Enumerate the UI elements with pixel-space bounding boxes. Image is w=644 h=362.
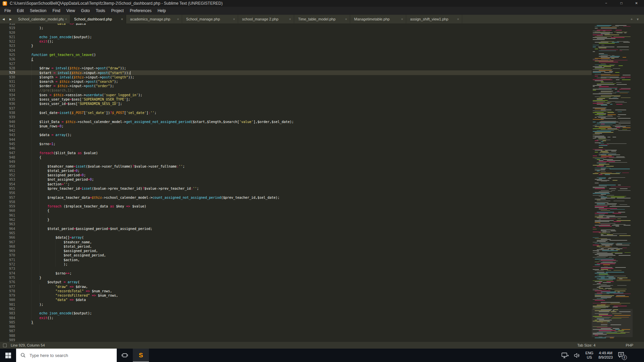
code-line[interactable]: 926 { (0, 57, 592, 61)
menu-item-edit[interactable]: Edit (14, 7, 27, 15)
tab-school-manage-2-php[interactable]: school_manage 2.php× (238, 15, 294, 23)
code-line[interactable]: 920 (0, 31, 592, 35)
code-line[interactable]: 948 { (0, 155, 592, 160)
code-line[interactable]: 919 ); (0, 26, 592, 30)
code-line[interactable]: 965 (0, 231, 592, 235)
tab-school-dashboard-php[interactable]: School_dashboard.php× (70, 15, 126, 23)
code-line[interactable]: 964 $total_period=$assigned_period+$not_… (0, 227, 592, 231)
minimap[interactable] (592, 23, 633, 342)
menu-item-tools[interactable]: Tools (93, 7, 108, 15)
code-line[interactable]: 967 $teahcer_name, (0, 240, 592, 244)
editor[interactable]: 918 "data" => $data919 );920921 echo jso… (0, 23, 644, 342)
code-line[interactable]: 985 } (0, 320, 592, 324)
tab-close-icon[interactable]: × (401, 17, 403, 21)
tab-close-icon[interactable]: × (345, 17, 347, 21)
code-line[interactable]: 931 $search = $this->input->post("search… (0, 79, 592, 84)
code-line[interactable]: 972 ); (0, 262, 592, 266)
tab-assign-shift-view1-php[interactable]: assign_shift_view1.php× (406, 15, 462, 23)
start-button[interactable] (0, 349, 16, 362)
code-line[interactable]: 927 (0, 62, 592, 66)
code-line[interactable]: 937 (0, 106, 592, 111)
tab-size-label[interactable]: Tab Size: 4 (577, 343, 595, 347)
code-line[interactable]: 986 (0, 324, 592, 329)
code-line[interactable]: 932 $order = $this->input->post("order")… (0, 84, 592, 88)
code-line[interactable]: 977 "draw" => $draw, (0, 285, 592, 289)
menu-item-preferences[interactable]: Preferences (127, 7, 155, 15)
code-line[interactable]: 939 (0, 115, 592, 119)
task-view-button[interactable] (117, 349, 133, 362)
selection-mode-icon[interactable] (3, 344, 7, 347)
menu-item-goto[interactable]: Goto (78, 7, 93, 15)
code-line[interactable]: 968 $total_period, (0, 244, 592, 249)
new-tab-button[interactable]: + (631, 15, 633, 23)
code-line[interactable]: 959 foreach ($replace_teacher_data as $k… (0, 204, 592, 208)
menu-item-file[interactable]: File (1, 7, 14, 15)
minimize-button[interactable]: − (599, 0, 614, 7)
code-line[interactable]: 979 "recordsFiltered" => $num_rows, (0, 293, 592, 298)
search-input[interactable] (29, 353, 117, 358)
code-line[interactable]: 918 "data" => $data (0, 23, 592, 26)
code-line[interactable]: 950 $teahcer_name=isset($value->user_ful… (0, 164, 592, 169)
tab-close-icon[interactable]: × (289, 17, 291, 21)
code-line[interactable]: 969 $assigned_period, (0, 249, 592, 253)
code-line[interactable]: 987 (0, 329, 592, 333)
tab-school-calender-model-php[interactable]: School_calender_model.php× (14, 15, 70, 23)
code-line[interactable]: 923 } (0, 44, 592, 48)
menu-item-project[interactable]: Project (108, 7, 127, 15)
code-line[interactable]: 943 $data = array(); (0, 133, 592, 137)
maximize-button[interactable]: □ (614, 0, 629, 7)
tab-close-icon[interactable]: × (457, 17, 459, 21)
code-line[interactable]: 953 $not_assigned_period=0; (0, 177, 592, 182)
code-line[interactable]: 981 ); (0, 302, 592, 307)
code-line[interactable]: 958 (0, 200, 592, 204)
code-line[interactable]: 984 exit(); (0, 316, 592, 320)
code-area[interactable]: 918 "data" => $data919 );920921 echo jso… (0, 23, 592, 342)
tab-time-table-model-php[interactable]: Time_table_model.php× (294, 15, 350, 23)
syntax-label[interactable]: PHP (626, 343, 633, 347)
tab-managetimetable-php[interactable]: Managetimetable.php× (350, 15, 406, 23)
code-line[interactable]: 938 $sel_date=isset($_POST['sel_date'])?… (0, 111, 592, 115)
code-line[interactable]: 961 (0, 213, 592, 218)
clock[interactable]: 4:49 AM 8/9/2023 (598, 351, 613, 360)
menu-item-selection[interactable]: Selection (27, 7, 49, 15)
code-line[interactable]: 971 $action, (0, 258, 592, 262)
code-line[interactable]: 973 (0, 266, 592, 271)
code-line[interactable]: 951 $total_period=0; (0, 169, 592, 173)
menu-item-help[interactable]: Help (155, 7, 169, 15)
language-indicator[interactable]: ENG US (585, 351, 593, 360)
volume-icon[interactable] (574, 353, 580, 358)
code-line[interactable]: 952 $assigned_period=0; (0, 173, 592, 177)
code-line[interactable]: 921 echo json_encode($output); (0, 35, 592, 39)
code-line[interactable]: 933 //pre($search,1); (0, 88, 592, 93)
code-line[interactable]: 955 $prev_teacher_id=isset($value->prev_… (0, 186, 592, 191)
code-line[interactable]: 924 (0, 48, 592, 53)
code-line[interactable]: 980 "data" => $data (0, 298, 592, 302)
code-line[interactable]: 963 (0, 222, 592, 226)
code-line[interactable]: 983 echo json_encode($output); (0, 311, 592, 315)
code-line[interactable]: 975 } (0, 276, 592, 280)
code-line[interactable]: 982 (0, 307, 592, 311)
code-line[interactable]: 935 $sess_user_type=$ses['SUPERADMIN_USE… (0, 97, 592, 102)
code-line[interactable]: 978 "recordsTotal" => $num_rows, (0, 289, 592, 293)
code-line[interactable]: 934 $ses = $this->session->userdata('sup… (0, 93, 592, 97)
nav-back-icon[interactable]: ◀ (0, 15, 7, 23)
tab-close-icon[interactable]: × (121, 17, 123, 21)
tab-school-manage-php[interactable]: School_manage.php× (182, 15, 238, 23)
code-line[interactable]: 976 $output = array( (0, 280, 592, 284)
action-center-button[interactable]: 2 (618, 352, 625, 359)
code-line[interactable]: 966 $data[]=array( (0, 235, 592, 240)
code-line[interactable]: 949 (0, 160, 592, 164)
menu-item-view[interactable]: View (63, 7, 78, 15)
code-line[interactable]: 936 $sess_user_id=$ses['SUPERADMIN_SESS_… (0, 102, 592, 106)
code-line[interactable]: 947 foreach($list_Data as $value) (0, 151, 592, 155)
code-line[interactable]: 928 $draw = intval($this->input->post("d… (0, 66, 592, 70)
code-line[interactable]: 962 } (0, 218, 592, 222)
code-line[interactable]: 960 { (0, 208, 592, 213)
code-line[interactable]: 970 $not_assigned_period, (0, 253, 592, 257)
code-line[interactable]: 946 (0, 146, 592, 150)
code-line[interactable]: 922 exit(); (0, 39, 592, 44)
code-line[interactable]: 944 (0, 137, 592, 142)
taskbar-sublime-button[interactable]: S (133, 349, 149, 362)
taskbar-search[interactable] (16, 349, 117, 362)
code-line[interactable]: 988 (0, 334, 592, 338)
